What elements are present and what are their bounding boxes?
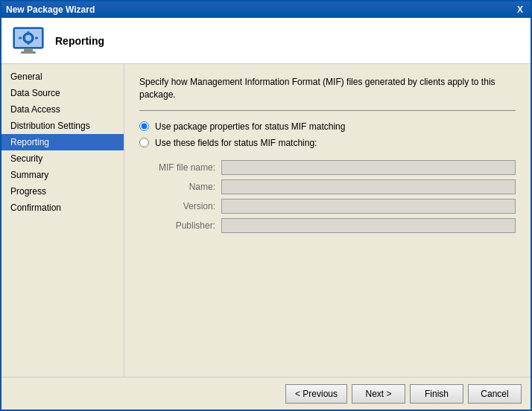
header-title: Reporting [55,35,104,47]
sidebar-item-security[interactable]: Security [1,150,124,167]
divider [139,110,516,111]
sidebar-item-reporting[interactable]: Reporting [1,134,124,150]
header-icon [10,23,46,59]
finish-button[interactable]: Finish [410,384,463,404]
publisher-label: Publisher: [139,220,221,231]
previous-button[interactable]: < Previous [285,384,347,404]
radio-use-fields[interactable] [139,138,149,147]
mif-file-name-label: MIF file name: [139,162,221,173]
cancel-button[interactable]: Cancel [468,384,522,404]
radio-option-2: Use these fields for status MIF matching… [139,138,516,148]
sidebar: General Data Source Data Access Distribu… [1,64,124,377]
sidebar-item-general[interactable]: General [1,68,124,85]
next-button[interactable]: Next > [352,384,405,404]
radio2-label[interactable]: Use these fields for status MIF matching… [155,138,317,148]
sidebar-item-data-access[interactable]: Data Access [1,101,124,118]
radio1-label[interactable]: Use package properties for status MIF ma… [155,121,345,132]
svg-rect-7 [28,42,30,45]
radio-use-package-properties[interactable] [139,121,149,131]
name-label: Name: [139,182,221,192]
main-window: New Package Wizard X Reporting [0,0,532,411]
svg-point-5 [25,35,31,41]
footer: < Previous Next > Finish Cancel [1,377,531,410]
mif-file-name-input[interactable] [221,160,516,175]
sidebar-item-confirmation[interactable]: Confirmation [1,200,124,216]
sidebar-item-distribution-settings[interactable]: Distribution Settings [1,118,124,134]
svg-rect-6 [28,31,30,34]
svg-rect-3 [21,51,36,54]
sidebar-item-summary[interactable]: Summary [1,167,124,183]
main-area: General Data Source Data Access Distribu… [1,64,531,377]
name-input[interactable] [221,179,516,194]
radio-option-1: Use package properties for status MIF ma… [139,121,516,132]
version-label: Version: [139,201,221,211]
publisher-input[interactable] [221,218,516,233]
svg-rect-9 [35,36,38,39]
title-bar: New Package Wizard X [1,1,531,18]
window-title: New Package Wizard [6,4,95,15]
content-panel: Specify how Management Information Forma… [124,64,531,377]
close-button[interactable]: X [514,4,526,15]
wizard-header: Reporting [1,18,531,64]
sidebar-item-data-source[interactable]: Data Source [1,85,124,101]
description-text: Specify how Management Information Forma… [139,76,516,101]
svg-rect-8 [19,36,22,39]
radio-group: Use package properties for status MIF ma… [139,121,516,148]
form-fields: MIF file name: Name: Version: Publisher: [139,160,516,233]
sidebar-item-progress[interactable]: Progress [1,183,124,200]
version-input[interactable] [221,199,516,214]
